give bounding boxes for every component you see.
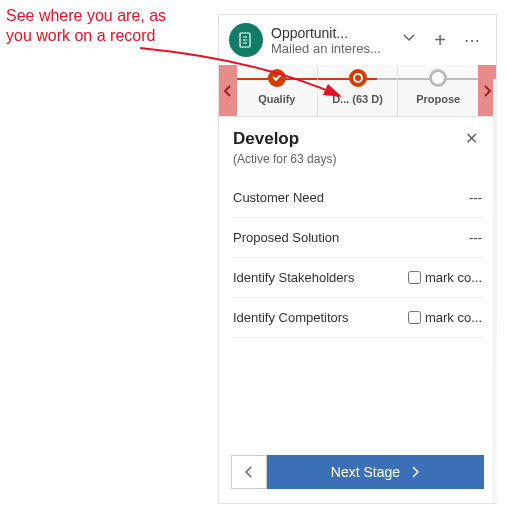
close-panel-button[interactable]: ✕	[461, 127, 482, 150]
next-stage-label: Next Stage	[331, 464, 400, 480]
field-label: Identify Competitors	[233, 310, 398, 325]
more-menu-button[interactable]: ⋯	[460, 31, 486, 50]
record-card: Opportunit... Mailed an interes... + ⋯ Q…	[218, 14, 497, 504]
field-value: ---	[469, 190, 482, 205]
chevron-right-icon	[410, 466, 420, 478]
add-button[interactable]: +	[428, 29, 452, 52]
expand-header-button[interactable]	[398, 29, 420, 51]
record-subtitle: Mailed an interes...	[271, 41, 390, 56]
field-identify-competitors[interactable]: Identify Competitors mark co...	[233, 298, 482, 338]
stage-prev-button[interactable]	[219, 65, 237, 116]
panel-title: Develop	[233, 129, 299, 149]
stage-label: D... (63 D)	[332, 93, 383, 105]
field-proposed-solution[interactable]: Proposed Solution ---	[233, 218, 482, 258]
field-checkbox[interactable]: mark co...	[408, 310, 482, 325]
stage-bar: Qualify D... (63 D) Propose	[219, 65, 496, 117]
checkbox-input[interactable]	[408, 311, 421, 324]
checkbox-input[interactable]	[408, 271, 421, 284]
next-stage-button[interactable]: Next Stage	[267, 455, 484, 489]
stage-dot-current-icon	[349, 69, 367, 87]
checkbox-label: mark co...	[425, 310, 482, 325]
stage-dot-done-icon	[268, 69, 286, 87]
field-label: Customer Need	[233, 190, 459, 205]
stage-dot-future-icon	[429, 69, 447, 87]
stage-qualify[interactable]: Qualify	[237, 65, 318, 116]
prev-stage-button[interactable]	[231, 455, 267, 489]
scrollbar[interactable]	[493, 79, 497, 503]
annotation-line2: you work on a record	[6, 27, 155, 44]
stage-label: Propose	[416, 93, 460, 105]
record-type-icon	[229, 23, 263, 57]
field-checkbox[interactable]: mark co...	[408, 270, 482, 285]
stage-develop[interactable]: D... (63 D)	[318, 65, 399, 116]
field-label: Identify Stakeholders	[233, 270, 398, 285]
stage-track: Qualify D... (63 D) Propose	[237, 65, 478, 116]
card-header: Opportunit... Mailed an interes... + ⋯	[219, 15, 496, 65]
field-value: ---	[469, 230, 482, 245]
annotation-callout: See where you are, as you work on a reco…	[6, 6, 166, 46]
annotation-line1: See where you are, as	[6, 7, 166, 24]
panel-subtitle: (Active for 63 days)	[233, 152, 482, 166]
stage-propose[interactable]: Propose	[398, 65, 478, 116]
header-text: Opportunit... Mailed an interes...	[271, 25, 390, 56]
checkbox-label: mark co...	[425, 270, 482, 285]
field-identify-stakeholders[interactable]: Identify Stakeholders mark co...	[233, 258, 482, 298]
panel-footer: Next Stage	[219, 445, 496, 503]
field-customer-need[interactable]: Customer Need ---	[233, 178, 482, 218]
stage-panel: Develop ✕ (Active for 63 days) Customer …	[219, 117, 496, 445]
field-label: Proposed Solution	[233, 230, 459, 245]
stage-label: Qualify	[258, 93, 295, 105]
record-title: Opportunit...	[271, 25, 390, 41]
